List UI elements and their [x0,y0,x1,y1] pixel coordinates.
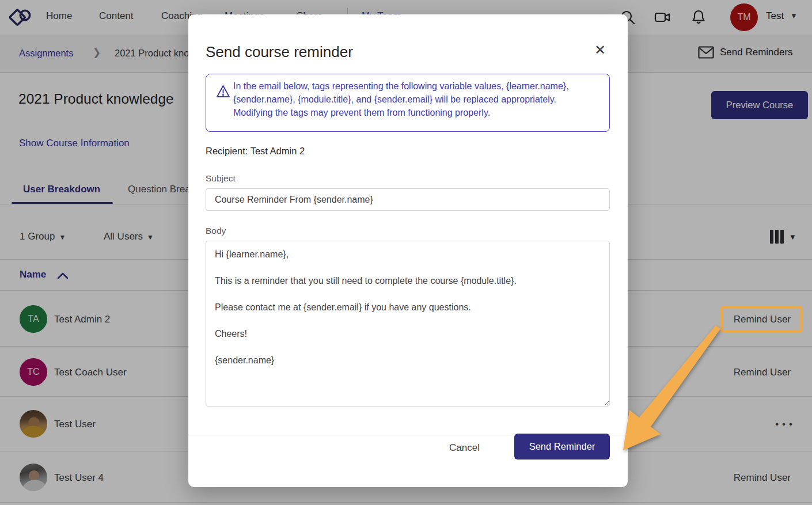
warning-banner: In the email below, tags representing th… [206,74,610,132]
subject-label: Subject [206,173,236,184]
send-reminder-button[interactable]: Send Reminder [514,434,610,460]
body-textarea[interactable]: Hi {learner.name}, This is a reminder th… [206,241,610,407]
cancel-button[interactable]: Cancel [449,442,480,454]
body-label: Body [206,226,226,236]
send-course-reminder-modal: Send course reminder ✕ In the email belo… [188,14,628,487]
subject-input[interactable] [206,188,610,211]
close-icon[interactable]: ✕ [594,43,606,57]
recipient-text: Recipient: Test Admin 2 [206,146,305,157]
warning-icon [216,85,230,98]
warning-text: In the email below, tags representing th… [233,79,596,119]
modal-title: Send course reminder [206,43,353,61]
